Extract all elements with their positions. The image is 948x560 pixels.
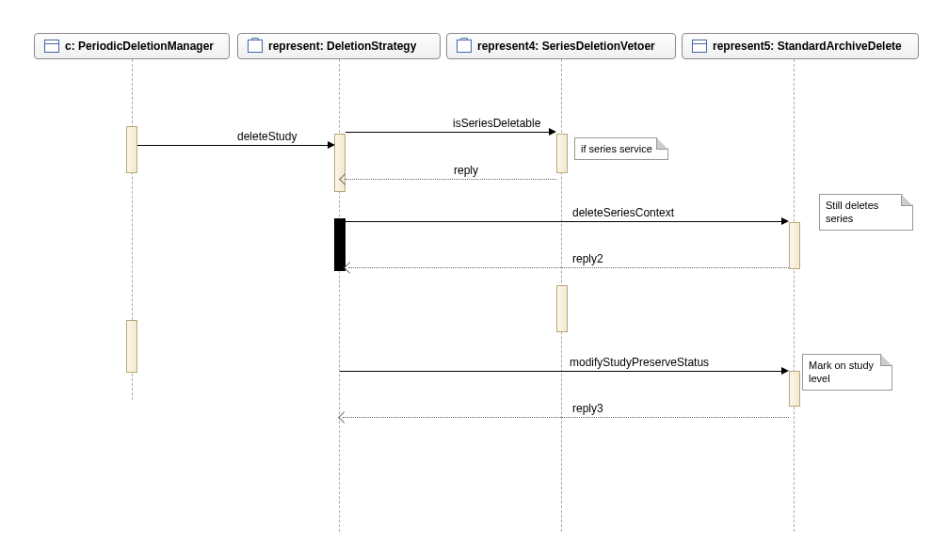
arrow-right-icon bbox=[781, 217, 789, 225]
message-line bbox=[348, 267, 789, 268]
message-label: modifyStudyPreserveStatus bbox=[570, 356, 709, 369]
arrow-left-icon bbox=[344, 262, 356, 274]
message-label: reply2 bbox=[572, 252, 603, 265]
activation-bar bbox=[556, 134, 568, 173]
note-if-series: if series service bbox=[574, 137, 668, 160]
activation-bar bbox=[126, 126, 137, 173]
message-label: reply3 bbox=[572, 402, 603, 415]
message-line bbox=[345, 221, 784, 222]
activation-bar bbox=[556, 285, 568, 332]
class-icon bbox=[692, 40, 707, 53]
participant-label: c: PeriodicDeletionManager bbox=[65, 40, 214, 53]
interface-icon bbox=[248, 40, 263, 53]
arrow-right-icon bbox=[328, 141, 335, 149]
arrow-left-icon bbox=[338, 411, 350, 424]
activation-bar bbox=[334, 218, 345, 271]
message-line bbox=[340, 371, 784, 372]
message-label: deleteSeriesContext bbox=[572, 206, 674, 219]
participant-deletion-strategy: represent: DeletionStrategy bbox=[237, 33, 441, 59]
participant-label: represent4: SeriesDeletionVetoer bbox=[477, 40, 655, 53]
interface-icon bbox=[457, 40, 472, 53]
message-line bbox=[137, 145, 331, 146]
message-line bbox=[345, 179, 556, 180]
message-label: reply bbox=[454, 164, 478, 177]
note-text: Mark on study level bbox=[809, 360, 874, 384]
activation-bar bbox=[789, 222, 800, 269]
note-still-deletes: Still deletes series bbox=[819, 194, 913, 231]
activation-bar bbox=[789, 371, 800, 407]
participant-standard-archive-delete: represent5: StandardArchiveDelete bbox=[682, 33, 919, 59]
note-text: if series service bbox=[581, 143, 652, 154]
arrow-right-icon bbox=[781, 367, 789, 375]
lifeline bbox=[339, 59, 340, 532]
lifeline bbox=[794, 59, 795, 532]
activation-bar bbox=[126, 320, 137, 373]
class-icon bbox=[44, 40, 59, 53]
message-line bbox=[345, 132, 553, 133]
note-mark-on: Mark on study level bbox=[802, 354, 892, 391]
message-line bbox=[343, 417, 789, 418]
arrow-right-icon bbox=[549, 128, 556, 136]
message-label: deleteStudy bbox=[237, 130, 297, 143]
participant-periodic-deletion-manager: c: PeriodicDeletionManager bbox=[34, 33, 230, 59]
message-label: isSeriesDeletable bbox=[453, 117, 540, 130]
participant-label: represent: DeletionStrategy bbox=[268, 40, 416, 53]
note-text: Still deletes series bbox=[826, 200, 878, 224]
sequence-diagram: c: PeriodicDeletionManager represent: De… bbox=[0, 0, 948, 560]
participant-label: represent5: StandardArchiveDelete bbox=[713, 40, 902, 53]
participant-series-deletion-vetoer: represent4: SeriesDeletionVetoer bbox=[446, 33, 676, 59]
